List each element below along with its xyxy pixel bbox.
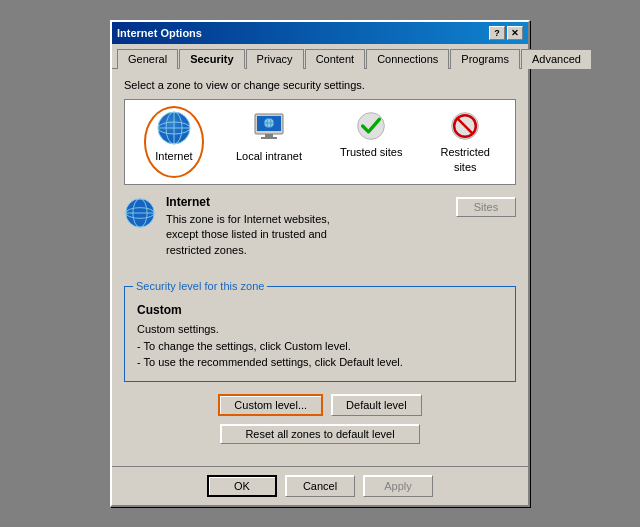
- zone-restricted-sites-icon: [449, 110, 481, 142]
- zone-internet-icon: [156, 110, 192, 146]
- security-level-desc: Custom settings. - To change the setting…: [137, 321, 503, 371]
- button-row-2: Reset all zones to default level: [124, 424, 516, 444]
- tab-security[interactable]: Security: [179, 49, 244, 69]
- ok-button[interactable]: OK: [207, 475, 277, 497]
- tab-programs[interactable]: Programs: [450, 49, 520, 69]
- cancel-button[interactable]: Cancel: [285, 475, 355, 497]
- title-bar-buttons: ? ✕: [489, 26, 523, 40]
- help-button[interactable]: ?: [489, 26, 505, 40]
- window-title: Internet Options: [117, 27, 202, 39]
- bottom-bar: OK Cancel Apply: [112, 466, 528, 505]
- zone-selector: Internet: [124, 99, 516, 185]
- svg-rect-9: [265, 134, 273, 137]
- tab-content[interactable]: Content: [305, 49, 366, 69]
- zone-restricted-sites-label: Restrictedsites: [440, 145, 490, 174]
- zone-trusted-sites-icon: [355, 110, 387, 142]
- security-level-group: Security level for this zone Custom Cust…: [124, 286, 516, 382]
- button-row-1: Custom level... Default level: [124, 394, 516, 416]
- security-level-title: Custom: [137, 303, 503, 317]
- svg-rect-10: [261, 137, 277, 139]
- title-bar: Internet Options ? ✕: [112, 22, 528, 44]
- apply-button[interactable]: Apply: [363, 475, 433, 497]
- tab-advanced[interactable]: Advanced: [521, 49, 592, 69]
- zone-instruction: Select a zone to view or change security…: [124, 79, 516, 91]
- zone-detail-text: Internet This zone is for Internet websi…: [166, 195, 330, 258]
- zone-restricted-sites[interactable]: Restrictedsites: [434, 106, 496, 178]
- reset-all-button[interactable]: Reset all zones to default level: [220, 424, 420, 444]
- zone-local-intranet-icon: [251, 110, 287, 146]
- tab-content-security: Select a zone to view or change security…: [112, 69, 528, 465]
- security-level-group-label: Security level for this zone: [133, 280, 267, 292]
- zone-detail: Internet This zone is for Internet websi…: [124, 195, 330, 258]
- zone-trusted-sites[interactable]: Trusted sites: [334, 106, 409, 178]
- zone-detail-globe-icon: [124, 197, 156, 231]
- security-level-content: Custom Custom settings. - To change the …: [137, 303, 503, 371]
- custom-level-button[interactable]: Custom level...: [218, 394, 323, 416]
- default-level-button[interactable]: Default level: [331, 394, 422, 416]
- svg-point-6: [158, 112, 190, 144]
- internet-options-window: Internet Options ? ✕ General Security Pr…: [110, 20, 530, 506]
- sites-button[interactable]: Sites: [456, 197, 516, 217]
- tab-connections[interactable]: Connections: [366, 49, 449, 69]
- zone-local-intranet-label: Local intranet: [236, 149, 302, 163]
- zone-internet[interactable]: Internet: [144, 106, 204, 178]
- zone-internet-label: Internet: [155, 149, 192, 163]
- zone-detail-title: Internet: [166, 195, 330, 209]
- close-button[interactable]: ✕: [507, 26, 523, 40]
- zone-trusted-sites-label: Trusted sites: [340, 145, 403, 159]
- tab-privacy[interactable]: Privacy: [246, 49, 304, 69]
- zone-local-intranet[interactable]: Local intranet: [230, 106, 308, 178]
- tab-bar: General Security Privacy Content Connect…: [112, 44, 528, 69]
- zone-detail-row: Internet This zone is for Internet websi…: [124, 195, 516, 272]
- tab-general[interactable]: General: [117, 49, 178, 69]
- zone-detail-desc: This zone is for Internet websites,excep…: [166, 212, 330, 258]
